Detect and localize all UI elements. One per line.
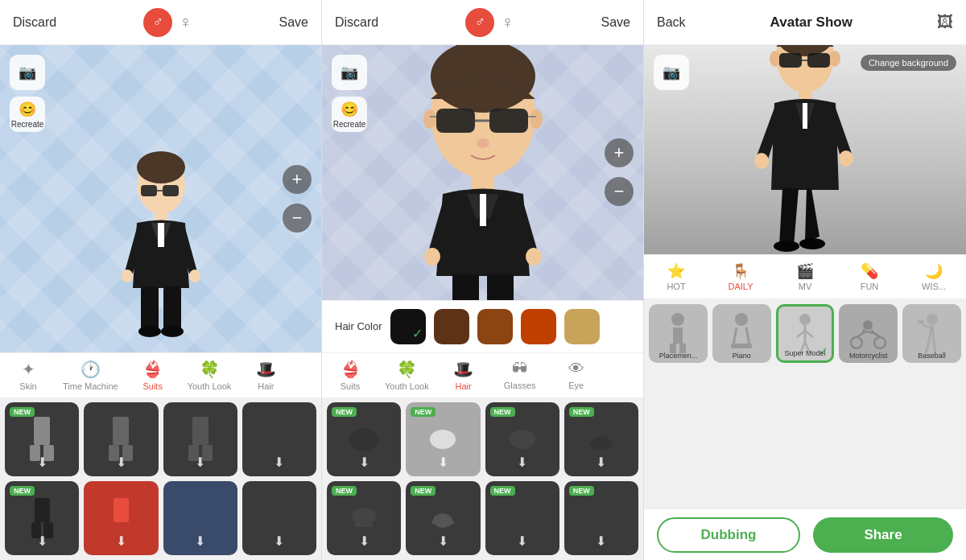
tab-hot[interactable]: ⭐ HOT (644, 255, 708, 299)
hair-shape-1 (349, 427, 379, 451)
hair-color-dark-brown[interactable] (434, 309, 469, 344)
hair-new-2: NEW (411, 407, 436, 417)
mid-save-button[interactable]: Save (601, 15, 630, 30)
pose-super-model-label: Super Model (778, 349, 832, 357)
hair-dl-1: ⬇ (359, 455, 369, 470)
svg-point-8 (122, 270, 133, 282)
hair-color-label: Hair Color (335, 320, 382, 332)
right-camera-button[interactable]: 📷 (654, 55, 689, 90)
hair-color-brown[interactable] (477, 309, 513, 344)
poses-grid: Placemen... Piano ✓ Super Model Motorcyc… (644, 299, 966, 509)
mid-face-icon: 😊 (341, 101, 358, 118)
hair-item-7[interactable]: NEW ⬇ (485, 481, 559, 555)
suit-item-6[interactable]: ⬇ (84, 481, 158, 555)
svg-rect-43 (487, 274, 514, 300)
pose-motorcyclist-label: Motorcyclist (839, 352, 898, 360)
tab-youth-mid[interactable]: 🍀 Youth Look (378, 353, 436, 397)
hair-color-auburn[interactable] (521, 309, 556, 344)
tab-time-machine[interactable]: 🕐 Time Machine (56, 353, 125, 397)
pose-motorcyclist[interactable]: Motorcyclist (839, 304, 898, 363)
star-icon: ⭐ (667, 262, 685, 280)
hair-color-blonde[interactable] (564, 309, 600, 344)
pose-super-model[interactable]: ✓ Super Model (776, 304, 835, 363)
mid-camera-button[interactable]: 📷 (332, 55, 367, 90)
pose-baseball-label: Baseball (902, 352, 961, 360)
hair-item-3[interactable]: NEW ⬇ (485, 402, 559, 476)
suit-item-1[interactable]: NEW ⬇ (5, 402, 79, 476)
minus-icon: − (292, 208, 303, 229)
hair-dl-3: ⬇ (517, 455, 527, 470)
svg-rect-56 (807, 53, 830, 68)
youth-icon-mid: 🍀 (397, 360, 417, 379)
left-panel: Discard ♂ ♀ Save 📷 😊 Recreate (0, 0, 322, 560)
svg-rect-7 (158, 223, 164, 247)
mid-zoom-out-button[interactable]: − (605, 177, 634, 206)
svg-point-78 (863, 320, 873, 330)
suit-item-3[interactable]: ⬇ (163, 402, 237, 476)
pose-piano[interactable]: Piano (712, 304, 771, 363)
download-icon-5: ⬇ (37, 533, 47, 549)
suit-item-7[interactable]: ⬇ (163, 481, 237, 555)
tab-eye-mid[interactable]: 👁 Eye (548, 353, 605, 397)
left-recreate-button[interactable]: 😊 Recreate (10, 97, 45, 132)
tab-glasses-mid[interactable]: 🕶 Glasses (492, 353, 548, 397)
svg-rect-23 (35, 498, 50, 522)
download-icon-1: ⬇ (37, 455, 47, 470)
left-zoom-in-button[interactable]: + (283, 165, 312, 194)
tab-suits[interactable]: 👙 Suits (125, 353, 181, 397)
male-gender-button[interactable]: ♂ (143, 8, 172, 37)
mid-recreate-button[interactable]: 😊 Recreate (332, 97, 367, 132)
svg-rect-2 (141, 185, 157, 196)
hair-color-black[interactable]: ✓ (390, 309, 426, 344)
back-button[interactable]: Back (657, 15, 686, 30)
mid-male-button[interactable]: ♂ (465, 8, 494, 37)
hair-label-mid: Hair (456, 381, 472, 391)
svg-point-54 (829, 51, 840, 67)
pose-placement[interactable]: Placemen... (649, 304, 708, 363)
tab-daily[interactable]: 🪑 DAILY (708, 255, 773, 299)
suit-item-4[interactable]: ⬇ (242, 402, 316, 476)
hair-new-5: NEW (332, 486, 357, 496)
tab-hair-left[interactable]: 🎩 Hair (237, 353, 294, 397)
hair-item-1[interactable]: NEW ⬇ (327, 402, 401, 476)
svg-point-46 (510, 430, 535, 449)
svg-point-12 (138, 326, 161, 337)
tab-skin[interactable]: ✦ Skin (0, 353, 56, 397)
tab-wish[interactable]: 🌙 WIS... (902, 255, 966, 299)
suits-label-mid: Suits (341, 381, 360, 391)
suit-item-8[interactable]: ⬇ (242, 481, 316, 555)
left-camera-button[interactable]: 📷 (10, 55, 45, 90)
hair-item-8[interactable]: NEW ⬇ (564, 481, 638, 555)
left-avatar-figure (97, 143, 225, 352)
share-button[interactable]: Share (813, 517, 953, 553)
left-discard-button[interactable]: Discard (13, 15, 56, 30)
female-gender-button[interactable]: ♀ (179, 12, 192, 33)
left-zoom-out-button[interactable]: − (283, 204, 312, 233)
suit-item-5[interactable]: NEW ⬇ (5, 481, 79, 555)
svg-rect-42 (452, 274, 479, 300)
left-save-button[interactable]: Save (279, 15, 308, 30)
mid-zoom-in-button[interactable]: + (605, 138, 634, 167)
mid-zoom-controls: + − (605, 138, 634, 206)
mid-female-button[interactable]: ♀ (501, 12, 514, 33)
hair-item-2[interactable]: NEW ⬇ (406, 402, 480, 476)
mid-avatar-figure (394, 45, 572, 300)
tab-fun[interactable]: 💊 FUN (837, 255, 902, 299)
gallery-icon[interactable]: 🖼 (937, 13, 953, 31)
svg-point-49 (433, 513, 452, 528)
mid-discard-button[interactable]: Discard (335, 15, 378, 30)
dubbing-button[interactable]: Dubbing (657, 517, 800, 553)
tab-mv[interactable]: 🎬 MV (773, 255, 837, 299)
hair-item-5[interactable]: NEW ⬇ (327, 481, 401, 555)
svg-rect-3 (163, 185, 179, 196)
hair-item-4[interactable]: NEW ⬇ (564, 402, 638, 476)
tab-hair-mid[interactable]: 🎩 Hair (436, 353, 492, 397)
tab-youth-look-left[interactable]: 🍀 Youth Look (181, 353, 238, 397)
hair-item-6[interactable]: NEW ⬇ (406, 481, 480, 555)
pose-piano-label: Piano (712, 352, 771, 360)
hair-shape-3 (507, 427, 538, 451)
suit-item-2[interactable]: ⬇ (84, 402, 158, 476)
avatar-show-title: Avatar Show (686, 14, 937, 31)
tab-suits-mid[interactable]: 👙 Suits (322, 353, 378, 397)
pose-baseball[interactable]: Baseball (902, 304, 961, 363)
